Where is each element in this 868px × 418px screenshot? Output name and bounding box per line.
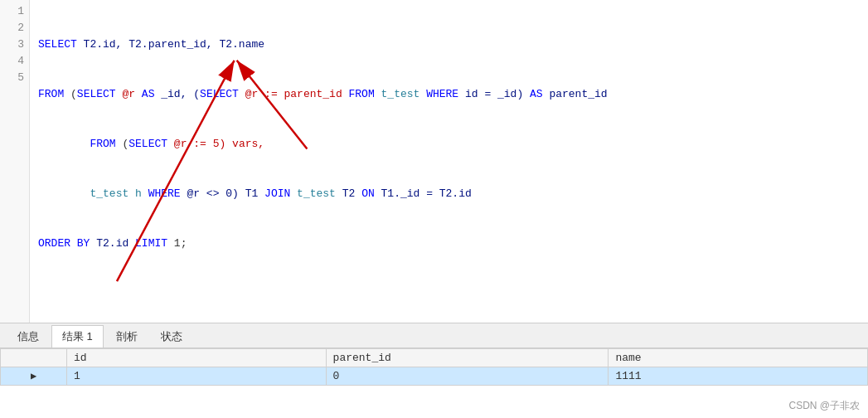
cell-name: 1111 xyxy=(609,367,868,386)
line-number-5: 5 xyxy=(0,70,29,86)
cell-parent-id: 0 xyxy=(326,367,609,386)
line-number-1: 1 xyxy=(0,3,29,20)
editor-area: 1 2 3 4 5 SELECT T2.id, T2.parent_id, T2… xyxy=(0,0,868,323)
table-row[interactable]: ▶ 1 0 1111 xyxy=(1,367,868,386)
code-line-1: SELECT T2.id, T2.parent_id, T2.name xyxy=(38,36,868,53)
column-header-parent-id: parent_id xyxy=(326,349,609,367)
results-area: id parent_id name ▶ 1 0 1111 CSDN @子非农 xyxy=(0,348,868,418)
code-content[interactable]: SELECT T2.id, T2.parent_id, T2.name FROM… xyxy=(30,0,868,323)
code-line-3: FROM (SELECT @r := 5) vars, xyxy=(38,136,868,153)
line-numbers: 1 2 3 4 5 xyxy=(0,0,30,323)
code-line-5: ORDER BY T2.id LIMIT 1; xyxy=(38,236,868,252)
table-header-row: id parent_id name xyxy=(1,349,868,367)
tab-result1[interactable]: 结果 1 xyxy=(51,325,104,348)
tab-profiling[interactable]: 剖析 xyxy=(105,325,148,348)
line-number-3: 3 xyxy=(0,36,29,53)
tab-info[interactable]: 信息 xyxy=(7,325,50,348)
results-table: id parent_id name ▶ 1 0 1111 xyxy=(0,348,868,386)
code-line-2: FROM (SELECT @r AS _id, (SELECT @r := pa… xyxy=(38,86,868,103)
cell-id: 1 xyxy=(67,367,327,386)
line-number-4: 4 xyxy=(0,53,29,70)
column-header-id: id xyxy=(67,349,327,367)
watermark: CSDN @子非农 xyxy=(788,399,860,413)
tab-status[interactable]: 状态 xyxy=(150,325,193,348)
code-line-4: t_test h WHERE @r <> 0) T1 JOIN t_test T… xyxy=(38,186,868,202)
column-header-name: name xyxy=(609,349,868,367)
row-indicator-header xyxy=(1,349,67,367)
tabs-bar: 信息 结果 1 剖析 状态 xyxy=(0,323,868,348)
row-cursor: ▶ xyxy=(1,367,67,386)
line-number-2: 2 xyxy=(0,20,29,36)
